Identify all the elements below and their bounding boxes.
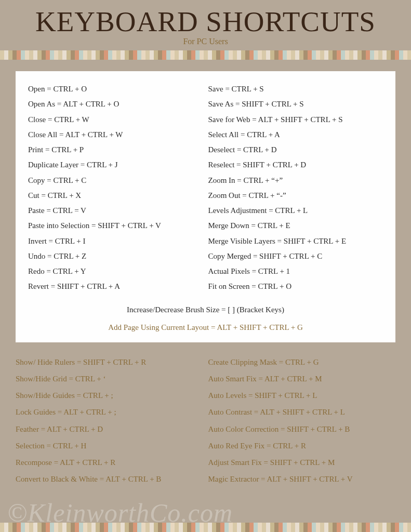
bottom-left-column: Show/ Hide Rulers = SHIFT + CTRL + R Sho… <box>16 354 203 488</box>
shortcut-line: Show/Hide Guides = CTRL + ; <box>16 387 203 404</box>
decorative-stripe-top <box>0 50 411 60</box>
shortcut-line: Cut = CTRL + X <box>28 188 203 203</box>
shortcut-line: Show/Hide Grid = CTRL + ‘ <box>16 370 203 387</box>
shortcut-line: Adjust Smart Fix = SHIFT + CTRL + M <box>208 454 396 471</box>
shortcut-line: Duplicate Layer = CTRL + J <box>28 157 203 172</box>
shortcut-line: Zoom In = CTRL + “+” <box>208 173 383 188</box>
shortcut-line: Save = CTRL + S <box>208 82 383 97</box>
shortcuts-box-bottom: Show/ Hide Rulers = SHIFT + CTRL + R Sho… <box>16 354 395 488</box>
shortcut-line: Close All = ALT + CTRL + W <box>28 127 203 142</box>
shortcut-line: Zoom Out = CTRL + “-” <box>208 188 383 203</box>
shortcut-line: Close = CTRL + W <box>28 112 203 127</box>
shortcut-line: Recompose = ALT + CTRL + R <box>16 454 203 471</box>
bottom-right-column: Create Clipping Mask = CTRL + G Auto Sma… <box>208 354 396 488</box>
shortcut-line: Paste into Selection = SHIFT + CTRL + V <box>28 218 203 233</box>
shortcut-line: Save for Web = ALT + SHIFT + CTRL + S <box>208 112 383 127</box>
shortcut-line: Magic Extractor = ALT + SHIFT + CTRL + V <box>208 471 396 487</box>
add-page-note: Add Page Using Current Layout = ALT + SH… <box>28 320 383 335</box>
top-right-column: Save = CTRL + S Save As = SHIFT + CTRL +… <box>208 82 383 295</box>
shortcut-line: Lock Guides = ALT + CTRL + ; <box>16 404 203 420</box>
shortcut-line: Select All = CTRL + A <box>208 127 383 142</box>
decorative-stripe-bottom <box>0 523 411 532</box>
shortcut-line: Open As = ALT + CTRL + O <box>28 97 203 112</box>
shortcut-line: Save As = SHIFT + CTRL + S <box>208 97 383 112</box>
center-notes: Increase/Decrease Brush Size = [ ] (Brac… <box>28 302 383 335</box>
shortcut-line: Copy = CTRL + C <box>28 173 203 188</box>
brush-size-note: Increase/Decrease Brush Size = [ ] (Brac… <box>28 302 383 317</box>
shortcut-line: Auto Red Eye Fix = CTRL + R <box>208 437 396 454</box>
shortcut-line: Levels Adjustment = CTRL + L <box>208 203 383 218</box>
shortcut-line: Auto Color Correction = SHIFT + CTRL + B <box>208 421 396 437</box>
shortcut-line: Auto Levels = SHIFT + CTRL + L <box>208 387 396 404</box>
shortcut-line: Fit on Screen = CTRL + O <box>208 279 383 294</box>
shortcut-line: Print = CTRL + P <box>28 142 203 157</box>
shortcut-line: Convert to Black & White = ALT + CTRL + … <box>16 471 203 487</box>
shortcut-line: Create Clipping Mask = CTRL + G <box>208 354 396 370</box>
shortcut-line: Show/ Hide Rulers = SHIFT + CTRL + R <box>16 354 203 370</box>
shortcut-line: Paste = CTRL = V <box>28 203 203 218</box>
shortcut-line: Undo = CTRL + Z <box>28 249 203 264</box>
shortcut-line: Open = CTRL + O <box>28 82 203 97</box>
shortcut-line: Selection = CTRL + H <box>16 437 203 454</box>
shortcut-line: Reselect = SHIFT + CTRL + D <box>208 157 383 172</box>
shortcut-line: Merge Visible Layers = SHIFT + CTRL + E <box>208 234 383 249</box>
page-subtitle: For PC Users <box>0 37 411 46</box>
page-title: KEYBOARD SHORTCUTS <box>0 5 411 38</box>
shortcut-line: Merge Down = CTRL + E <box>208 218 383 233</box>
shortcut-line: Auto Smart Fix = ALT + CTRL + M <box>208 370 396 387</box>
shortcut-line: Redo = CTRL + Y <box>28 264 203 279</box>
shortcut-line: Copy Merged = SHIFT + CTRL + C <box>208 249 383 264</box>
shortcut-line: Deselect = CTRL + D <box>208 142 383 157</box>
shortcut-line: Auto Contrast = ALT + SHIFT + CTRL + L <box>208 404 396 420</box>
shortcut-line: Actual Pixels = CTRL + 1 <box>208 264 383 279</box>
shortcuts-box-top: Open = CTRL + O Open As = ALT + CTRL + O… <box>16 71 395 342</box>
shortcut-line: Revert = SHIFT + CTRL + A <box>28 279 203 294</box>
shortcut-line: Feather = ALT + CTRL + D <box>16 421 203 437</box>
shortcut-line: Invert = CTRL + I <box>28 234 203 249</box>
top-left-column: Open = CTRL + O Open As = ALT + CTRL + O… <box>28 82 203 295</box>
header: KEYBOARD SHORTCUTS For PC Users <box>0 0 411 46</box>
